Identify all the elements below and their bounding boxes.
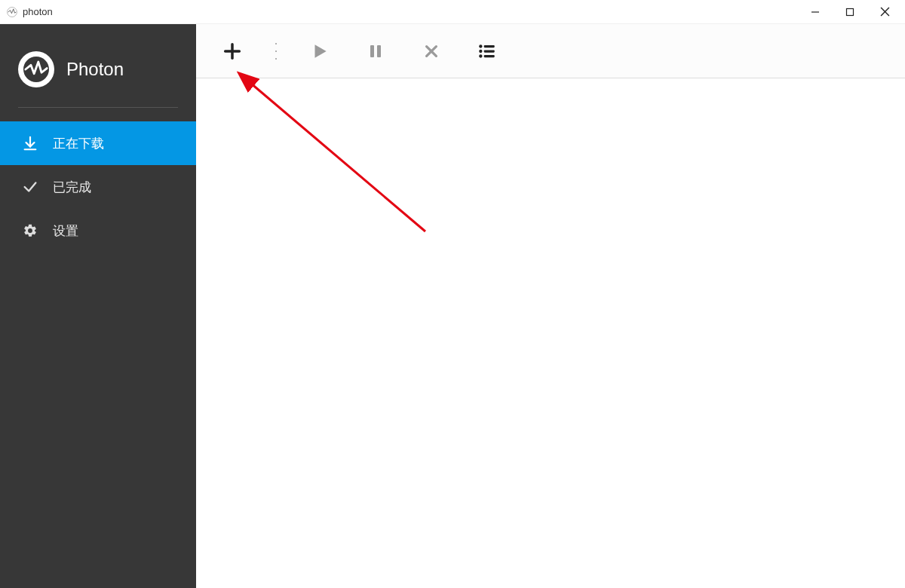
titlebar-left: photon: [6, 6, 53, 18]
svg-rect-12: [377, 45, 381, 57]
sidebar-item-label: 正在下载: [53, 135, 104, 152]
add-button[interactable]: [219, 38, 246, 65]
window-title: photon: [23, 6, 53, 17]
sidebar-item-label: 已完成: [53, 179, 91, 196]
svg-rect-11: [370, 45, 374, 57]
svg-point-15: [479, 44, 482, 47]
brand-name: Photon: [66, 59, 124, 80]
toolbar-separator-icon: [275, 43, 278, 60]
brand: Photon: [0, 38, 196, 107]
check-icon: [21, 178, 39, 196]
svg-rect-2: [847, 8, 854, 15]
svg-rect-20: [484, 54, 495, 57]
app-icon: [6, 6, 18, 18]
sidebar-item-completed[interactable]: 已完成: [0, 165, 196, 209]
gear-icon: [21, 222, 39, 240]
download-list-empty: [196, 78, 905, 588]
main-area: [196, 24, 905, 588]
sidebar: Photon 正在下载 已完成 设置: [0, 24, 196, 588]
sidebar-item-settings[interactable]: 设置: [0, 209, 196, 253]
svg-marker-10: [315, 44, 327, 57]
svg-point-17: [479, 49, 482, 52]
titlebar: photon: [0, 0, 905, 24]
maximize-button[interactable]: [833, 1, 867, 23]
svg-rect-16: [484, 44, 495, 47]
sidebar-item-label: 设置: [53, 222, 78, 240]
download-icon: [21, 134, 39, 152]
list-button[interactable]: [474, 38, 501, 65]
svg-rect-18: [484, 50, 495, 52]
sidebar-item-downloading[interactable]: 正在下载: [0, 121, 196, 165]
svg-point-19: [479, 54, 482, 57]
window-controls: [798, 1, 902, 23]
cancel-button[interactable]: [418, 38, 445, 65]
brand-logo-icon: [18, 51, 54, 87]
toolbar: [196, 24, 905, 78]
play-button[interactable]: [306, 38, 333, 65]
sidebar-nav: 正在下载 已完成 设置: [0, 121, 196, 253]
pause-button[interactable]: [362, 38, 389, 65]
close-window-button[interactable]: [867, 1, 902, 23]
sidebar-divider: [18, 107, 178, 108]
minimize-button[interactable]: [798, 1, 833, 23]
